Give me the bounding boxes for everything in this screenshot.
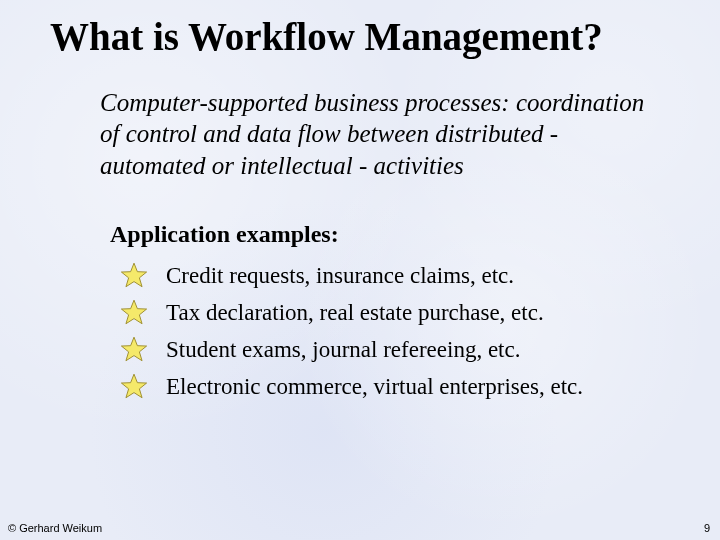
- page-number: 9: [704, 522, 710, 534]
- list-item: Credit requests, insurance claims, etc.: [120, 262, 720, 290]
- list-item: Student exams, journal refereeing, etc.: [120, 336, 720, 364]
- examples-list: Credit requests, insurance claims, etc. …: [120, 262, 720, 401]
- definition-text: Computer-supported business processes: c…: [100, 87, 650, 181]
- svg-marker-2: [121, 337, 146, 361]
- star-icon: [120, 336, 148, 364]
- slide-title: What is Workflow Management?: [0, 0, 720, 59]
- example-text: Tax declaration, real estate purchase, e…: [166, 300, 544, 326]
- svg-marker-0: [121, 263, 146, 287]
- star-icon: [120, 299, 148, 327]
- star-icon: [120, 262, 148, 290]
- list-item: Tax declaration, real estate purchase, e…: [120, 299, 720, 327]
- svg-marker-3: [121, 374, 146, 398]
- footer-copyright: © Gerhard Weikum: [8, 522, 102, 534]
- list-item: Electronic commerce, virtual enterprises…: [120, 373, 720, 401]
- star-icon: [120, 373, 148, 401]
- svg-marker-1: [121, 300, 146, 324]
- examples-heading: Application examples:: [110, 221, 720, 248]
- example-text: Credit requests, insurance claims, etc.: [166, 263, 514, 289]
- example-text: Electronic commerce, virtual enterprises…: [166, 374, 583, 400]
- example-text: Student exams, journal refereeing, etc.: [166, 337, 520, 363]
